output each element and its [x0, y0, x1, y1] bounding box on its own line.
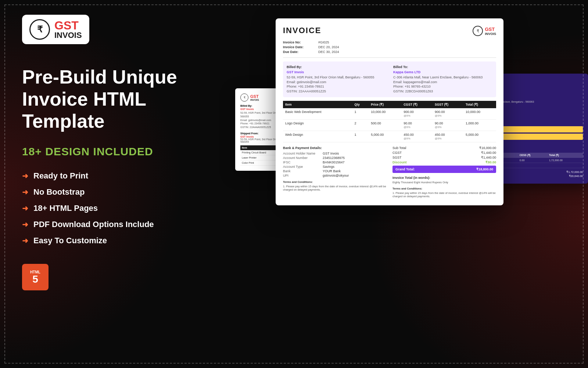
logo-icon-circle: ₹: [29, 19, 50, 40]
billed-by-gstin: GSTIN: 22AAAA00051Z25: [287, 89, 386, 94]
bank-row-holder: Account Holder Name GST Invois: [283, 152, 387, 155]
terms-text-left: 1. Please pay within 15 days from the da…: [283, 185, 387, 191]
inv-billed-section: Billed By: GST Invois 52-59, HSR Point, …: [283, 61, 496, 97]
billed-by-email: Email: gstinvois@mail.com: [287, 80, 386, 85]
inv-due-label: Due Date:: [283, 50, 312, 54]
bank-val-account: 234512368975: [323, 156, 345, 160]
row1-cgst-pct: @9%: [404, 114, 410, 117]
feature-item-bootstrap: ➜ No Bootstrap: [22, 187, 228, 197]
invoice-main: INVOICE ₹ GST INVOIS Invoice No: #GI025 …: [276, 18, 503, 205]
terms-text-right: 1. Please pay within 15 days from the da…: [392, 191, 496, 198]
inv-words-section: Invoice Total (in words): Eighty Thousan…: [392, 176, 496, 184]
billed-to-address: C-306 Atlanta Mall, Near Laxmi Enclave, …: [393, 75, 492, 80]
sgst-row: SGST ₹1,440.00: [392, 156, 496, 159]
billed-by-label: Billed By:: [287, 65, 386, 69]
purple-col-cess: CESS (₹): [518, 153, 548, 158]
bank-row-account: Account Number 234512368975: [283, 156, 387, 160]
arrow-icon-pages: ➜: [22, 204, 28, 213]
sgst-val: ₹1,440.00: [481, 156, 496, 159]
feature-label-customize: Easy To Customize: [33, 236, 107, 245]
row1-sgst: 900.00 @9%: [433, 108, 463, 120]
inv-totals-section: Sub Total ₹16,000.00 CGST ₹1,440.00 SGST…: [392, 146, 496, 198]
brand-logo: ₹ GST INVOIS: [22, 15, 89, 44]
inv-due-val: DEC 30, 2024: [318, 50, 339, 54]
row1-cgst: 900.00 @9%: [401, 108, 433, 120]
inv-date-val: DEC 20, 2024: [318, 45, 339, 49]
feature-label-print: Ready to Print: [33, 171, 88, 181]
cgst-row: CGST ₹1,440.00: [392, 151, 496, 155]
cgst-label: CGST: [392, 151, 402, 155]
right-panel: ₹ GST INVOIS Billed By: GST Invois 52-59…: [228, 0, 588, 368]
row1-price: 10,000.00: [369, 108, 401, 120]
feature-label-pdf: PDF Download Options Include: [33, 220, 154, 229]
feature-item-print: ➜ Ready to Print: [22, 171, 228, 181]
bank-row-ifsc: IFSC BANK0015647: [283, 160, 387, 164]
row3-price: 5,000.00: [369, 131, 401, 142]
inv-bank-section: Bank & Payment Details: Account Holder N…: [283, 146, 387, 198]
row3-total: 5,000.00: [463, 131, 496, 142]
purple-row2-cess: [518, 163, 548, 168]
inv-title: INVOICE: [283, 26, 321, 35]
inv-terms-left: Terms and Conditions: 1. Please pay with…: [283, 180, 387, 191]
sm-logo-circle: ₹: [240, 93, 248, 102]
col-item: Item: [283, 101, 352, 108]
inv-items-table: Item Qty Price (₹) CGST (₹) SGST (₹) Tot…: [283, 101, 496, 142]
col-sgst: SGST (₹): [433, 101, 463, 108]
billed-by-name: GST Invois: [287, 70, 386, 74]
billed-by-address: 52-59, HSR Point, 3rd Floor Orion Mall, …: [287, 75, 386, 80]
logo-text-block: GST INVOIS: [54, 20, 82, 39]
sm-gst-logo: ₹ GST INVOIS: [240, 93, 259, 102]
row2-price: 500.00: [369, 120, 401, 131]
bank-key-holder: Account Holder Name: [283, 152, 320, 155]
page-headline: Pre-Build Unique Invoice HTML Template: [22, 66, 228, 132]
design-count-label: 18+ DESIGN INCLUDED: [22, 145, 228, 158]
inv-main-header: INVOICE ₹ GST INVOIS: [283, 26, 496, 36]
arrow-icon-print: ➜: [22, 171, 28, 180]
inv-info-section: Invoice No: #GI025 Invoice Date: DEC 20,…: [283, 40, 496, 54]
row3-cgst-pct: @9%: [404, 137, 410, 140]
feature-item-pages: ➜ 18+ HTML Pages: [22, 204, 228, 213]
grand-total-row: Grand Total: ₹18,800.00: [392, 166, 496, 173]
row2-total: 1,000.00: [463, 120, 496, 131]
words-val: Eighty Thousand Eight Hundred Rupees Onl…: [392, 181, 496, 184]
bank-key-account: Account Number: [283, 156, 320, 160]
subtotal-row: Sub Total ₹16,000.00: [392, 146, 496, 150]
row2-cgst: 90.00 @9%: [401, 120, 433, 131]
logo-gst-text: GST: [54, 20, 82, 31]
row1-qty: 1: [352, 108, 369, 120]
billed-to-phone: Phone: +91 98765-43210: [393, 84, 492, 89]
subtotal-label: Sub Total: [392, 146, 406, 150]
html5-number: 5: [32, 274, 38, 284]
feature-item-customize: ➜ Easy To Customize: [22, 236, 228, 245]
bank-row-type: Account Type Savings: [283, 165, 387, 169]
inv-billed-to: Billed To: Kappa Gems LTD C-306 Atlanta …: [393, 65, 492, 93]
rupee-symbol: ₹: [37, 24, 43, 35]
inv-info-number: Invoice No: #GI025: [283, 40, 496, 44]
billed-to-email: Email: kappagems@mail.com: [393, 80, 492, 85]
bank-key-type: Account Type: [283, 165, 320, 169]
purple-row2-total: [548, 163, 583, 168]
bank-row-upi: UPI gstinvois@okyour: [283, 174, 387, 177]
arrow-icon-pdf: ➜: [22, 220, 28, 229]
row3-sgst: 450.00 @9%: [433, 131, 463, 142]
inv-billed-by: Billed By: GST Invois 52-59, HSR Point, …: [287, 65, 386, 93]
row2-sgst: 90.00 @9%: [433, 120, 463, 131]
feature-item-pdf: ➜ PDF Download Options Include: [22, 220, 228, 229]
logo-invois-text: INVOIS: [54, 31, 82, 39]
row3-qty: 1: [352, 131, 369, 142]
html5-badge: HTML 5: [22, 264, 49, 290]
col-qty: Qty: [352, 101, 369, 108]
col-cgst: CGST (₹): [401, 101, 433, 108]
purple-subtotal-val: ₹1,72,000.00: [566, 170, 583, 174]
row3-cgst: 450.00 @9%: [401, 131, 433, 142]
sm-rupee: ₹: [244, 96, 245, 99]
inv-logo: ₹ GST INVOIS: [473, 26, 496, 36]
row2-sgst-pct: @9%: [435, 125, 441, 129]
inv-terms-right: Terms and Conditions: 1. Please pay with…: [392, 187, 496, 198]
row3-sgst-pct: @9%: [435, 137, 441, 140]
inv-bottom-section: Bank & Payment Details: Account Holder N…: [283, 146, 496, 198]
sm-logo-invois-text: INVOIS: [250, 99, 259, 101]
table-row: Web Design 1 5,000.00 450.00 @9% 450.00 …: [283, 131, 496, 142]
row1-total: 10,000.00: [463, 108, 496, 120]
inv-rupee: ₹: [477, 29, 479, 33]
